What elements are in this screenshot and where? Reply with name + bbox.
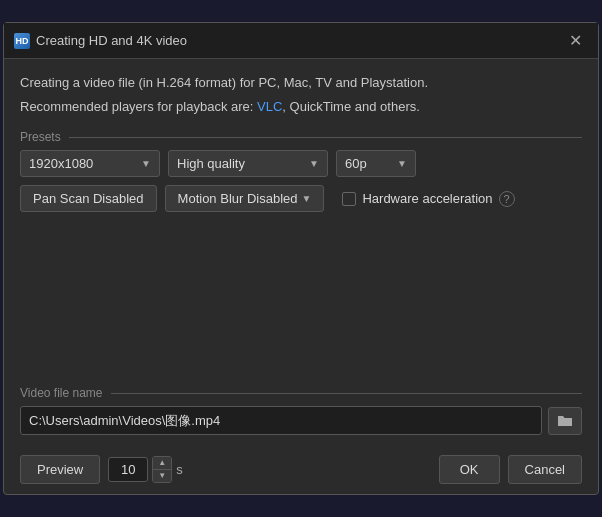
- duration-decrement[interactable]: ▼: [153, 470, 171, 482]
- presets-dropdowns-row: 1920x1080 ▼ High quality ▼ 60p ▼: [20, 150, 582, 177]
- hw-accel-label: Hardware acceleration: [362, 191, 492, 206]
- preview-button[interactable]: Preview: [20, 455, 100, 484]
- resolution-dropdown[interactable]: 1920x1080 ▼: [20, 150, 160, 177]
- help-icon[interactable]: ?: [499, 191, 515, 207]
- duration-spinners: ▲ ▼: [152, 456, 172, 483]
- quality-arrow: ▼: [309, 158, 319, 169]
- bottom-bar: Preview ▲ ▼ s OK Cancel: [4, 445, 598, 494]
- fps-arrow: ▼: [397, 158, 407, 169]
- presets-label: Presets: [20, 130, 582, 144]
- file-path-input[interactable]: [20, 406, 542, 435]
- motion-blur-arrow: ▼: [302, 193, 312, 204]
- dialog-title: Creating HD and 4K video: [36, 33, 187, 48]
- intro-line2: Recommended players for playback are: VL…: [20, 97, 582, 117]
- resolution-arrow: ▼: [141, 158, 151, 169]
- intro-line1: Creating a video file (in H.264 format) …: [20, 73, 582, 93]
- file-browse-button[interactable]: [548, 407, 582, 435]
- duration-input-group: ▲ ▼ s: [108, 456, 183, 483]
- file-input-row: [20, 406, 582, 435]
- motion-blur-button[interactable]: Motion Blur Disabled ▼: [165, 185, 325, 212]
- pan-scan-button[interactable]: Pan Scan Disabled: [20, 185, 157, 212]
- vlc-link[interactable]: VLC: [257, 99, 282, 114]
- fps-dropdown[interactable]: 60p ▼: [336, 150, 416, 177]
- duration-unit-label: s: [176, 462, 183, 477]
- duration-input[interactable]: [108, 457, 148, 482]
- quality-dropdown[interactable]: High quality ▼: [168, 150, 328, 177]
- content-spacer: [4, 226, 598, 386]
- cancel-button[interactable]: Cancel: [508, 455, 582, 484]
- file-section: Video file name: [4, 386, 598, 445]
- folder-icon: [557, 414, 573, 428]
- close-button[interactable]: ✕: [563, 29, 588, 52]
- hw-accel-group: Hardware acceleration ?: [342, 191, 514, 207]
- app-icon: HD: [14, 33, 30, 49]
- hw-accel-checkbox[interactable]: [342, 192, 356, 206]
- title-bar: HD Creating HD and 4K video ✕: [4, 23, 598, 59]
- duration-increment[interactable]: ▲: [153, 457, 171, 469]
- options-row: Pan Scan Disabled Motion Blur Disabled ▼…: [20, 185, 582, 212]
- ok-button[interactable]: OK: [439, 455, 500, 484]
- file-label: Video file name: [20, 386, 582, 400]
